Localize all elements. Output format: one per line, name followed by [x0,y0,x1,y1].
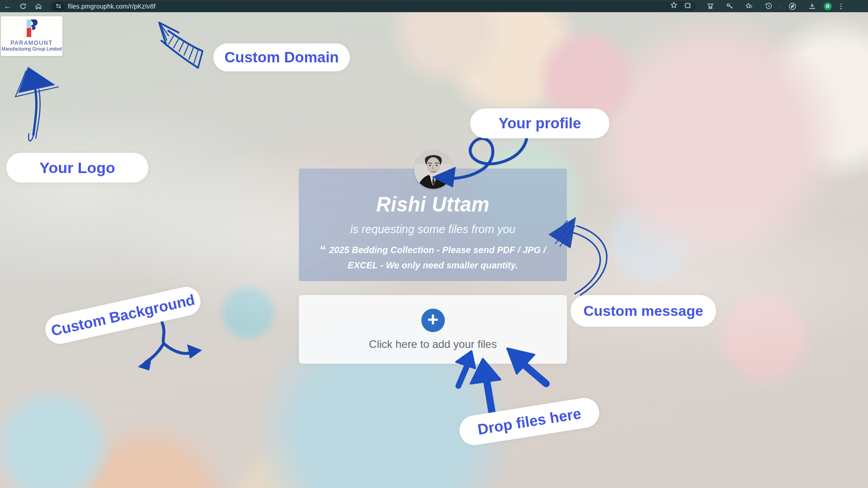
paramount-logo-mark [24,19,40,38]
logo-text-secondary: Manufacturing Group Limited [2,47,62,52]
menu-kebab-icon[interactable]: ⋮ [836,2,848,10]
downloads-icon[interactable] [804,1,820,11]
quote-mark: “ [320,244,326,257]
browser-toolbar: ← files.pmgrouphk.com/r/pKzIv8f [0,0,868,12]
toolbar-separator [780,3,781,9]
url-text: files.pmgrouphk.com/r/pKzIv8f [68,3,670,10]
company-logo: PARAMOUNT Manufacturing Group Limited [1,16,62,56]
custom-message-text: “2025 Bedding Collection - Please send P… [316,242,551,273]
requester-avatar [414,150,453,189]
add-files-button[interactable]: + [421,309,445,332]
message-line-1: “2025 Bedding Collection - Please send P… [316,242,551,258]
callout-custom-domain: Custom Domain [213,43,350,71]
reload-icon[interactable] [15,1,31,11]
portrait-photo [414,150,453,189]
site-info-icon[interactable] [52,2,64,10]
review-star-extension-icon[interactable] [741,1,757,11]
callout-your-logo: Your Logo [6,153,148,183]
cart-extension-icon[interactable] [703,1,718,11]
upload-instruction: Click here to add your files [369,338,497,351]
callout-your-profile: Your profile [470,108,609,138]
energy-saver-leaf-icon[interactable] [785,1,800,11]
extensions-area: R ⋮ [703,1,848,11]
logo-text-primary: PARAMOUNT [10,40,52,46]
history-icon[interactable] [761,1,776,11]
key-extension-icon[interactable] [722,1,737,11]
message-line-2: EXCEL - We only need smaller quantity. [316,258,551,273]
bookmark-star-icon[interactable] [670,1,678,11]
extensions-icon[interactable] [684,1,692,11]
home-icon[interactable] [31,1,46,11]
request-subtitle: is requesting some files from you [350,223,515,236]
screen: ← files.pmgrouphk.com/r/pKzIv8f [0,0,868,488]
message-line-1-text: 2025 Bedding Collection - Please send PD… [329,245,546,255]
profile-avatar[interactable]: R [824,2,832,10]
file-drop-zone[interactable]: + Click here to add your files [299,295,567,364]
url-bar[interactable]: files.pmgrouphk.com/r/pKzIv8f [50,1,696,11]
requester-name: Rishi Uttam [376,192,490,216]
callout-custom-message: Custom message [571,295,716,327]
back-icon[interactable]: ← [0,1,15,11]
